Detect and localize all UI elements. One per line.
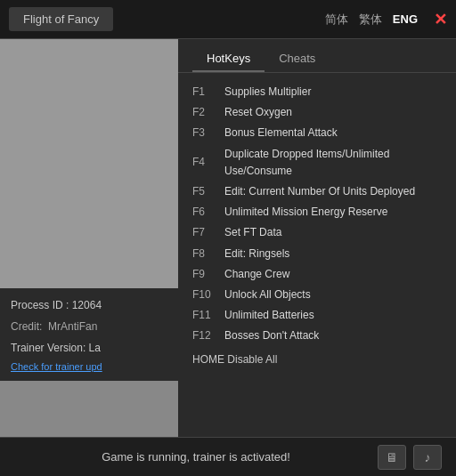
- hotkey-f2: F2 Reset Oxygen: [192, 104, 442, 121]
- hotkey-action-f12: Bosses Don't Attack: [224, 327, 319, 344]
- hotkey-key-f8: F8: [192, 246, 224, 262]
- hotkey-key-f1: F1: [192, 84, 224, 101]
- info-panel: Process ID : 12064 Credit: MrAntiFan Tra…: [0, 288, 178, 381]
- hotkey-action-f7: Set FT Data: [224, 224, 281, 241]
- hotkey-f11: F11 Unlimited Batteries: [192, 307, 442, 324]
- right-panel: HotKeys Cheats F1 Supplies Multiplier F2…: [178, 39, 456, 437]
- hotkey-action-f5: Edit: Current Number Of Units Deployed: [224, 183, 415, 200]
- hotkey-key-f7: F7: [192, 224, 224, 241]
- tab-cheats[interactable]: Cheats: [265, 46, 330, 72]
- trainer-version: Trainer Version: La: [11, 340, 167, 356]
- hotkey-f1: F1 Supplies Multiplier: [192, 84, 442, 101]
- hotkey-key-f5: F5: [192, 183, 224, 200]
- hotkey-action-f3: Bonus Elemental Attack: [224, 125, 338, 141]
- hotkey-key-f12: F12: [192, 327, 224, 344]
- hotkey-action-f8: Edit: Ringsels: [224, 246, 289, 262]
- monitor-icon[interactable]: 🖥: [378, 445, 406, 470]
- hotkey-key-f3: F3: [192, 125, 224, 141]
- hotkey-key-f6: F6: [192, 204, 224, 221]
- tab-bar: HotKeys Cheats: [178, 39, 456, 73]
- hotkeys-list: F1 Supplies Multiplier F2 Reset Oxygen F…: [178, 73, 456, 437]
- hotkey-action-f6: Unlimited Mission Energy Reserve: [224, 204, 387, 221]
- hotkey-key-f2: F2: [192, 104, 224, 121]
- credit-value: MrAntiFan: [48, 320, 97, 333]
- status-bar: Game is running, trainer is activated! 🖥…: [0, 437, 456, 476]
- hotkey-f9: F9 Change Crew: [192, 266, 442, 283]
- hotkey-f10: F10 Unlock All Objects: [192, 286, 442, 303]
- hotkey-f7: F7 Set FT Data: [192, 224, 442, 241]
- status-text: Game is running, trainer is activated!: [14, 450, 378, 464]
- hotkey-key-f11: F11: [192, 307, 224, 324]
- hotkey-f6: F6 Unlimited Mission Energy Reserve: [192, 204, 442, 221]
- process-id: Process ID : 12064: [11, 297, 167, 313]
- hotkey-f12: F12 Bosses Don't Attack: [192, 327, 442, 344]
- status-icons: 🖥 ♪: [378, 445, 442, 470]
- lang-eng[interactable]: ENG: [393, 12, 418, 26]
- hotkey-action-f4: Duplicate Dropped Items/Unlimited Use/Co…: [224, 146, 442, 180]
- close-button[interactable]: ✕: [434, 10, 447, 29]
- main-area: Process ID : 12064 Credit: MrAntiFan Tra…: [0, 39, 456, 437]
- hotkey-f3: F3 Bonus Elemental Attack: [192, 125, 442, 141]
- hotkey-action-f9: Change Crew: [224, 266, 289, 283]
- hotkey-action-f1: Supplies Multiplier: [224, 84, 311, 101]
- hotkey-f8: F8 Edit: Ringsels: [192, 246, 442, 262]
- home-action: HOME Disable All: [192, 353, 442, 366]
- title-bar: Flight of Fancy 简体 繁体 ENG ✕: [0, 0, 456, 39]
- credit-label: Credit:: [11, 320, 42, 333]
- lang-traditional[interactable]: 繁体: [359, 12, 382, 28]
- tab-hotkeys[interactable]: HotKeys: [192, 46, 265, 72]
- credit-line: Credit: MrAntiFan: [11, 319, 167, 335]
- music-icon[interactable]: ♪: [413, 445, 442, 470]
- hotkey-key-f9: F9: [192, 266, 224, 283]
- hotkey-f4: F4 Duplicate Dropped Items/Unlimited Use…: [192, 146, 442, 180]
- hotkey-key-f4: F4: [192, 154, 224, 171]
- hotkey-f5: F5 Edit: Current Number Of Units Deploye…: [192, 183, 442, 200]
- hotkey-action-f11: Unlimited Batteries: [224, 307, 314, 324]
- lang-simplified[interactable]: 简体: [325, 12, 348, 28]
- hotkey-key-f10: F10: [192, 286, 224, 303]
- hotkey-action-f10: Unlock All Objects: [224, 286, 311, 303]
- lang-controls: 简体 繁体 ENG ✕: [325, 10, 447, 29]
- update-link[interactable]: Check for trainer upd: [11, 361, 167, 372]
- game-thumbnail: [0, 39, 178, 288]
- app-title: Flight of Fancy: [9, 7, 113, 31]
- hotkey-action-f2: Reset Oxygen: [224, 104, 292, 121]
- left-panel: Process ID : 12064 Credit: MrAntiFan Tra…: [0, 39, 178, 437]
